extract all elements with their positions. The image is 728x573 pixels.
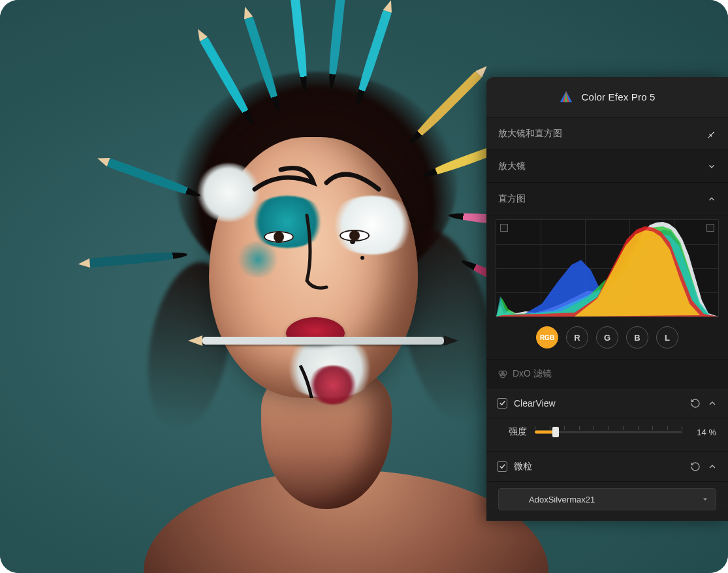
section-label: 放大镜: [498, 161, 526, 172]
controls-panel: Color Efex Pro 5 放大镜和直方图 放大镜 直方图: [486, 77, 728, 521]
image-canvas: Color Efex Pro 5 放大镜和直方图 放大镜 直方图: [0, 0, 728, 573]
grain-preset-dropdown[interactable]: AdoxSilvermax21: [498, 488, 716, 510]
dropdown-chevron-icon: [701, 495, 709, 503]
chevron-up-icon[interactable]: [707, 398, 718, 409]
intensity-label: 强度: [498, 426, 527, 438]
grain-label: 微粒: [514, 461, 532, 472]
grain-preset-row: AdoxSilvermax21: [486, 482, 728, 510]
filters-icon: [498, 369, 507, 379]
filter-clearview-header[interactable]: ClearView: [486, 388, 728, 418]
svg-point-1: [360, 256, 364, 260]
chevron-up-icon[interactable]: [707, 461, 718, 472]
section-label: 放大镜和直方图: [498, 128, 562, 140]
channel-r-button[interactable]: R: [566, 326, 588, 348]
grain-preset-value: AdoxSilvermax21: [529, 495, 595, 504]
intensity-slider[interactable]: [535, 425, 682, 439]
clearview-checkbox[interactable]: [497, 398, 507, 409]
grain-checkbox[interactable]: [497, 461, 507, 472]
section-histogram[interactable]: 直方图: [486, 183, 728, 215]
intensity-value: 14 %: [690, 427, 716, 437]
section-label: 直方图: [498, 193, 526, 205]
filter-grain-header[interactable]: 微粒: [486, 452, 728, 482]
section-loupe-histogram[interactable]: 放大镜和直方图: [486, 117, 728, 150]
channel-rgb-button[interactable]: RGB: [536, 326, 558, 348]
channel-g-button[interactable]: G: [596, 326, 618, 348]
app-title: Color Efex Pro 5: [581, 91, 655, 102]
clearview-intensity-row: 强度 14 %: [486, 418, 728, 452]
clearview-label: ClearView: [514, 398, 556, 409]
panel-header: Color Efex Pro 5: [486, 77, 728, 117]
chevron-up-icon: [707, 194, 716, 204]
chevron-down-icon: [707, 162, 716, 171]
histogram-graph: [496, 219, 719, 317]
channel-l-button[interactable]: L: [656, 326, 678, 348]
histogram-container: RGB R G B L: [486, 215, 728, 360]
section-dxo-filters: DxO 滤镜: [486, 360, 728, 388]
app-logo-icon: [559, 90, 573, 104]
reset-icon[interactable]: [690, 398, 701, 409]
pin-icon[interactable]: [706, 129, 716, 139]
section-label-text: DxO 滤镜: [513, 368, 552, 380]
channel-buttons: RGB R G B L: [496, 317, 719, 350]
channel-b-button[interactable]: B: [626, 326, 648, 348]
reset-icon[interactable]: [690, 461, 701, 472]
section-loupe[interactable]: 放大镜: [486, 150, 728, 183]
svg-marker-8: [703, 499, 707, 501]
